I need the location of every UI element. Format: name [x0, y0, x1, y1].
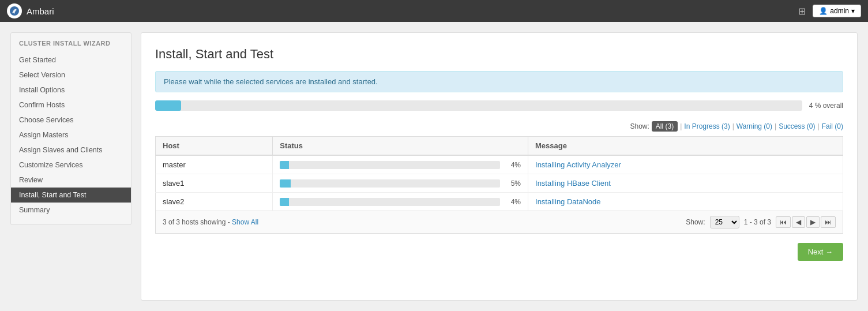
progress-bar-outer: [155, 100, 802, 111]
separator-4: |: [818, 122, 820, 130]
table-header-row: Host Status Message: [156, 137, 843, 156]
sidebar-item-summary[interactable]: Summary: [11, 203, 131, 218]
grid-icon[interactable]: ⊞: [798, 6, 806, 17]
sidebar-item-confirm-hosts[interactable]: Confirm Hosts: [11, 98, 131, 113]
navbar-right: ⊞ 👤 admin ▾: [798, 5, 861, 17]
row-pct-2: 4%: [505, 198, 521, 206]
sidebar-item-assign-slaves[interactable]: Assign Slaves and Clients: [11, 143, 131, 158]
cell-host-2: slave2: [156, 193, 273, 211]
show-all-link[interactable]: Show All: [232, 218, 258, 226]
admin-icon: 👤: [819, 7, 828, 15]
row-progress-2: 4%: [280, 198, 521, 206]
cell-status-1: 5%: [273, 174, 528, 193]
filter-bar: Show: All (3) | In Progress (3) | Warnin…: [155, 121, 843, 132]
sidebar-item-choose-services[interactable]: Choose Services: [11, 113, 131, 128]
filter-fail[interactable]: Fail (0): [822, 122, 843, 130]
admin-menu-button[interactable]: 👤 admin ▾: [813, 5, 861, 17]
page-info: 1 - 3 of 3: [744, 218, 771, 226]
separator-3: |: [775, 122, 776, 130]
message-link-1[interactable]: Installing HBase Client: [535, 179, 611, 188]
row-bar-inner-0: [280, 161, 288, 169]
prev-page-button[interactable]: ◀: [792, 216, 805, 228]
progress-label: 4 % overall: [809, 102, 843, 110]
page-title: Install, Start and Test: [155, 47, 843, 62]
dropdown-arrow-icon: ▾: [851, 7, 855, 15]
sidebar-item-customize-services[interactable]: Customize Services: [11, 158, 131, 173]
row-pct-1: 5%: [505, 179, 521, 188]
row-bar-inner-2: [280, 198, 288, 206]
app-logo: [7, 3, 22, 18]
content-panel: Install, Start and Test Please wait whil…: [141, 32, 858, 301]
cell-status-0: 4%: [273, 155, 528, 174]
main-layout: CLUSTER INSTALL WIZARD Get StartedSelect…: [0, 22, 868, 311]
filter-success[interactable]: Success (0): [779, 122, 815, 130]
filter-in-progress[interactable]: In Progress (3): [684, 122, 730, 130]
progress-bar-inner: [155, 100, 181, 111]
table-row: master 4% Installing Activity Analyzer: [156, 155, 843, 174]
show-label: Show:: [630, 122, 649, 130]
col-status: Status: [273, 137, 528, 156]
ambari-logo-icon: [9, 6, 20, 16]
last-page-button[interactable]: ⏭: [821, 216, 836, 228]
next-button[interactable]: Next →: [798, 243, 843, 261]
row-progress-1: 5%: [280, 179, 521, 188]
cell-host-0: master: [156, 155, 273, 174]
showing-text: 3 of 3 hosts showing - Show All: [163, 218, 258, 226]
sidebar-item-select-version[interactable]: Select Version: [11, 68, 131, 83]
cell-status-2: 4%: [273, 193, 528, 211]
message-link-0[interactable]: Installing Activity Analyzer: [535, 160, 621, 169]
cell-message-2: Installing DataNode: [528, 193, 843, 211]
page-nav: ⏮ ◀ ▶ ⏭: [776, 216, 836, 228]
row-bar-outer-0: [280, 161, 500, 169]
table-row: slave1 5% Installing HBase Client: [156, 174, 843, 193]
row-bar-inner-1: [280, 179, 291, 188]
overall-progress: 4 % overall: [155, 100, 843, 111]
message-link-2[interactable]: Installing DataNode: [535, 197, 600, 206]
separator-1: |: [680, 122, 682, 130]
admin-label: admin: [830, 7, 849, 15]
per-page-label: Show:: [686, 218, 705, 226]
cell-message-1: Installing HBase Client: [528, 174, 843, 193]
sidebar-item-install-options[interactable]: Install Options: [11, 83, 131, 98]
pagination: Show: 10 25 50 100 1 - 3 of 3 ⏮ ◀ ▶ ⏭: [686, 216, 836, 228]
showing-count: 3 of 3 hosts showing: [163, 218, 226, 226]
navbar: Ambari ⊞ 👤 admin ▾: [0, 0, 868, 22]
brand: Ambari: [7, 3, 54, 18]
info-bar: Please wait while the selected services …: [155, 71, 843, 92]
sidebar-section-title: CLUSTER INSTALL WIZARD: [11, 40, 131, 53]
sidebar: CLUSTER INSTALL WIZARD Get StartedSelect…: [10, 32, 131, 225]
row-bar-outer-1: [280, 179, 500, 188]
info-message: Please wait while the selected services …: [164, 77, 378, 86]
next-page-button[interactable]: ▶: [806, 216, 820, 228]
footer-separator: -: [228, 218, 232, 226]
sidebar-item-assign-masters[interactable]: Assign Masters: [11, 128, 131, 143]
row-bar-outer-2: [280, 198, 500, 206]
cell-host-1: slave1: [156, 174, 273, 193]
hosts-table: Host Status Message master 4% Installing…: [155, 136, 843, 211]
separator-2: |: [732, 122, 734, 130]
filter-all-badge[interactable]: All (3): [652, 121, 678, 132]
row-progress-0: 4%: [280, 161, 521, 169]
cell-message-0: Installing Activity Analyzer: [528, 155, 843, 174]
row-pct-0: 4%: [505, 161, 521, 169]
table-row: slave2 4% Installing DataNode: [156, 193, 843, 211]
first-page-button[interactable]: ⏮: [776, 216, 791, 228]
col-message: Message: [528, 137, 843, 156]
sidebar-item-install-start-test[interactable]: Install, Start and Test: [11, 188, 131, 203]
sidebar-item-get-started[interactable]: Get Started: [11, 53, 131, 68]
action-row: Next →: [155, 243, 843, 261]
sidebar-item-review[interactable]: Review: [11, 173, 131, 188]
per-page-select[interactable]: 10 25 50 100: [710, 216, 739, 228]
filter-warning[interactable]: Warning (0): [737, 122, 772, 130]
app-name: Ambari: [27, 6, 54, 16]
table-footer: 3 of 3 hosts showing - Show All Show: 10…: [155, 211, 843, 234]
col-host: Host: [156, 137, 273, 156]
